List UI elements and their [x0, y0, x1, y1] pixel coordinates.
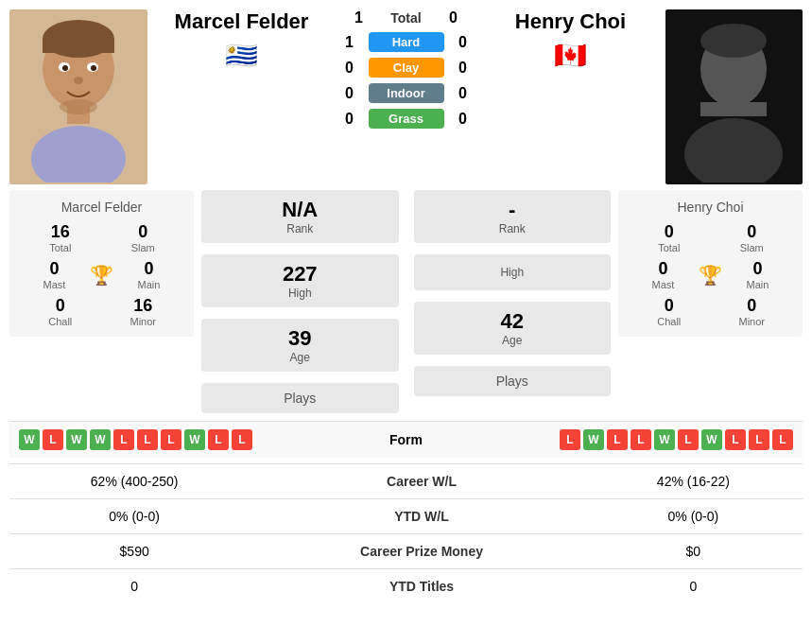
- p1-prize: $590: [9, 534, 259, 569]
- rank-box: N/A Rank: [201, 190, 399, 243]
- p2-plays-box: Plays: [414, 366, 612, 396]
- player2-photo: [665, 9, 803, 184]
- p1-mast-val: 0: [23, 259, 86, 279]
- age-value: 39: [216, 326, 384, 351]
- indoor-row: 0 Indoor 0: [340, 83, 473, 103]
- plays-label: Plays: [284, 391, 316, 406]
- svg-point-5: [62, 65, 68, 71]
- ytd-wl-label: YTD W/L: [259, 499, 583, 534]
- p1-mast-lbl: Mast: [23, 279, 86, 290]
- p1-ytd-titles: 0: [9, 569, 259, 604]
- form-badge: L: [208, 429, 229, 450]
- player2-stats-card: Henry Choi 0Total 0Slam 0 Mast 🏆 0 Main: [618, 190, 803, 344]
- p2-plays-label: Plays: [496, 374, 528, 389]
- p2-ytd-titles: 0: [584, 569, 803, 604]
- player2-card: Henry Choi 0Total 0Slam 0 Mast 🏆 0 Main: [618, 190, 803, 337]
- p2-chall-lbl: Chall: [631, 316, 707, 327]
- p1-slam-val: 0: [106, 222, 181, 242]
- ytd-wl-row: 0% (0-0) YTD W/L 0% (0-0): [9, 499, 803, 534]
- indoor-badge: Indoor: [369, 83, 444, 103]
- player2-center-stats: - Rank High 42 Age Plays: [406, 190, 619, 396]
- p2-high-box: High: [414, 254, 612, 290]
- p1-chall-val: 0: [23, 296, 98, 316]
- player1-stats-card: Marcel Felder 16Total 0Slam 0 Mast 🏆 0 M…: [9, 190, 194, 344]
- svg-point-7: [74, 77, 83, 84]
- form-badge: L: [631, 429, 651, 450]
- p2-age-box: 42 Age: [414, 302, 612, 355]
- p2-mast-lbl: Mast: [631, 279, 695, 290]
- grass-badge: Grass: [369, 109, 444, 129]
- p2-main-lbl: Main: [726, 279, 789, 290]
- player1-form: WLWWLLLWLL: [19, 429, 359, 450]
- p2-age-label: Age: [429, 334, 596, 347]
- svg-point-10: [60, 99, 97, 114]
- svg-rect-13: [700, 102, 767, 116]
- total-row: 1 Total 0: [340, 9, 473, 26]
- form-badge: W: [90, 429, 111, 450]
- rank-label: Rank: [216, 222, 384, 235]
- grass-row: 0 Grass 0: [340, 109, 473, 129]
- grass-p1: 0: [340, 111, 359, 128]
- player2-form: LWLLWLWLLL: [454, 429, 794, 450]
- ytd-titles-row: 0 YTD Titles 0: [9, 569, 803, 604]
- svg-point-9: [31, 126, 126, 183]
- indoor-p1: 0: [340, 85, 359, 102]
- main-container: Marcel Felder 🇺🇾 1 Total 0 1 Hard 0 0 Cl: [0, 0, 812, 613]
- grass-p2: 0: [454, 111, 473, 128]
- p1-main-lbl: Main: [117, 279, 181, 290]
- prize-label: Career Prize Money: [259, 534, 583, 569]
- total-p2: 0: [444, 9, 463, 26]
- p1-total-val: 16: [23, 222, 98, 242]
- clay-p1: 0: [340, 60, 359, 77]
- p2-total-lbl: Total: [631, 242, 707, 253]
- rank-value: N/A: [216, 198, 384, 222]
- trophy-icon-p1: 🏆: [90, 264, 113, 287]
- p2-chall-val: 0: [631, 296, 707, 316]
- form-badge: L: [749, 429, 769, 450]
- player1-flag-row: 🇺🇾: [155, 40, 329, 71]
- center-stat-boxes: N/A Rank 227 High 39 Age Plays: [194, 190, 406, 413]
- player1-card-name: Marcel Felder: [23, 200, 181, 215]
- svg-point-14: [684, 118, 783, 183]
- career-wl-row: 62% (400-250) Career W/L 42% (16-22): [9, 464, 803, 499]
- high-value: 227: [216, 262, 384, 287]
- form-badge: L: [725, 429, 746, 450]
- p1-career-wl: 62% (400-250): [9, 464, 259, 499]
- player1-photo: [9, 9, 147, 184]
- p1-main-val: 0: [117, 259, 181, 279]
- ytd-titles-label: YTD Titles: [259, 569, 583, 604]
- p1-ytd-wl: 0% (0-0): [9, 499, 259, 534]
- plays-box: Plays: [201, 383, 399, 413]
- form-badge: L: [772, 429, 793, 450]
- clay-badge: Clay: [369, 58, 444, 78]
- p1-slam-lbl: Slam: [106, 242, 181, 253]
- p1-chall-lbl: Chall: [23, 316, 98, 327]
- form-badge: L: [607, 429, 628, 450]
- p2-prize: $0: [584, 534, 803, 569]
- p2-rank-box: - Rank: [414, 190, 612, 243]
- form-badge: L: [232, 429, 252, 450]
- p2-rank-value: -: [429, 198, 596, 222]
- high-label: High: [216, 287, 384, 300]
- form-badge: L: [560, 429, 580, 450]
- player1-name: Marcel Felder: [155, 9, 329, 34]
- clay-row: 0 Clay 0: [340, 58, 473, 78]
- player2-name: Henry Choi: [484, 9, 658, 34]
- p2-slam-val: 0: [715, 222, 790, 242]
- prize-row: $590 Career Prize Money $0: [9, 534, 803, 569]
- form-section: WLWWLLLWLL Form LWLLWLWLLL: [9, 421, 803, 458]
- player1-info: Marcel Felder 🇺🇾: [147, 9, 337, 78]
- age-label: Age: [216, 351, 384, 364]
- p2-age-value: 42: [429, 309, 596, 334]
- svg-point-12: [700, 24, 767, 58]
- form-badge: L: [113, 429, 134, 450]
- total-p1: 1: [350, 9, 369, 26]
- form-badge: W: [654, 429, 675, 450]
- form-badge: W: [184, 429, 205, 450]
- form-badge: W: [583, 429, 604, 450]
- form-badge: W: [701, 429, 722, 450]
- trophy-icon-p2: 🏆: [699, 264, 722, 287]
- p2-total-val: 0: [631, 222, 707, 242]
- hard-p2: 0: [454, 34, 473, 51]
- svg-point-6: [91, 65, 96, 71]
